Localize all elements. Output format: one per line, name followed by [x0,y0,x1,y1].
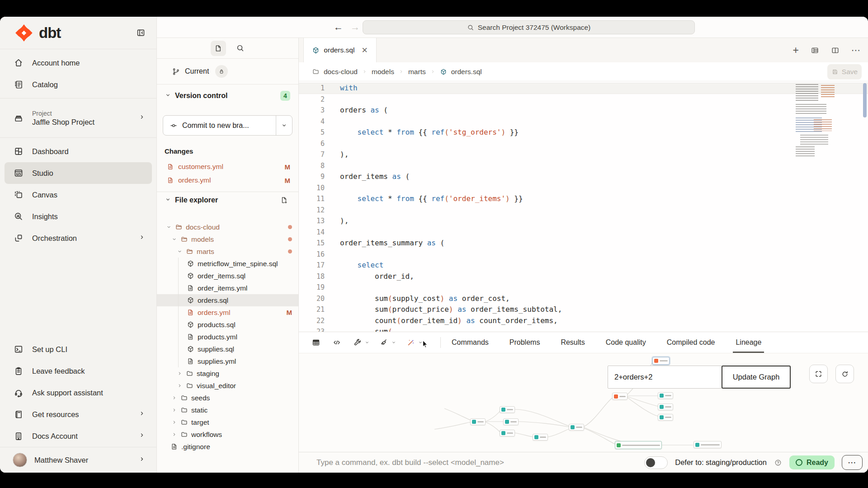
sidebar-item-canvas[interactable]: Canvas [0,184,156,206]
wand-tool-button[interactable] [406,338,423,347]
sidebar-item-orchestration[interactable]: Orchestration [0,227,156,249]
lineage-node[interactable] [658,392,673,399]
defer-toggle[interactable] [644,456,668,469]
chevron-right-icon [171,395,177,401]
commit-options-dropdown[interactable] [276,116,292,135]
editor-tab-bar: orders.sql ✕ + ⋯ [299,38,868,62]
collapse-sidebar-button[interactable] [136,28,146,38]
user-menu[interactable]: Matthew Shaver [0,447,156,473]
line-number: 14 [299,227,325,238]
lineage-node[interactable] [569,424,584,431]
split-view-button[interactable] [831,46,840,55]
panel-tab-problems[interactable]: Problems [509,332,540,353]
lineage-node[interactable] [615,441,662,449]
changed-file-name: orders.yml [178,176,281,184]
file-search-button[interactable] [236,44,245,52]
lineage-node[interactable] [658,404,673,410]
tree-item-staging[interactable]: staging [157,367,298,380]
forward-button[interactable]: → [350,21,360,33]
editor-scrollbar[interactable] [863,83,867,117]
branch-row[interactable]: Current [157,59,298,84]
model-cube-icon [440,68,447,75]
changed-file-customers-yml[interactable]: customers.ymlM [157,160,298,174]
minimap[interactable] [795,84,837,162]
tab-orders-sql[interactable]: orders.sql ✕ [303,38,377,62]
code-editor[interactable]: 1234567891011121314151617181920212223 wi… [299,81,868,332]
sidebar-item-jaffle-shop-project[interactable]: ProjectJaffle Shop Project [0,101,156,135]
status-badge[interactable]: Ready [789,455,835,469]
sidebar-groups: Account homeCatalogProjectJaffle Shop Pr… [0,49,156,252]
new-tab-button[interactable]: + [793,45,799,56]
file-view-button[interactable] [211,41,226,56]
sidebar-item-docs-account[interactable]: Docs Account [0,425,156,447]
lineage-node[interactable] [652,357,670,365]
lineage-node[interactable] [503,418,519,425]
version-control-header[interactable]: Version control 4 [157,84,298,107]
panel-tab-commands[interactable]: Commands [452,332,489,353]
sidebar-item-ask-support-assistant[interactable]: Ask support assistant [0,382,156,404]
sidebar-item-account-home[interactable]: Account home [0,52,156,74]
sidebar-item-set-up-cli[interactable]: Set up CLI [0,338,156,360]
panel-tab-lineage[interactable]: Lineage [736,332,761,353]
sidebar-item-leave-feedback[interactable]: Leave feedback [0,360,156,382]
lineage-node[interactable] [500,406,515,413]
dbt-wordmark: dbt [39,24,61,42]
workspace-search-input[interactable]: Search Project 372475 (Workspace) [363,20,695,34]
lineage-canvas[interactable]: Update Graph [299,353,868,452]
lineage-node[interactable] [470,418,486,425]
more-options-button[interactable]: ⋯ [851,46,861,55]
lineage-node[interactable] [533,434,548,441]
editor-list-button[interactable] [811,46,819,55]
panel-tab-compiled-code[interactable]: Compiled code [667,332,715,353]
close-tab-icon[interactable]: ✕ [361,46,368,55]
line-number: 7 [299,149,325,160]
tree-item-static[interactable]: static [157,404,298,416]
tree-item-visual-editor[interactable]: visual_editor [157,380,298,392]
tree-item--gitignore[interactable]: .gitignore [157,441,298,453]
changed-file-orders-yml[interactable]: orders.ymlM [157,174,298,187]
cube-icon [440,68,447,75]
sidebar-item-dashboard[interactable]: Dashboard [0,141,156,162]
wrench-tool-button[interactable] [353,338,370,347]
new-file-button[interactable] [280,196,288,204]
panel-tab-results[interactable]: Results [561,332,585,353]
broom-tool-button[interactable] [380,338,396,347]
tree-item-workflows[interactable]: workflows [157,428,298,441]
command-input[interactable] [316,458,632,468]
tree-item-docs-cloud[interactable]: docs-cloud [157,221,298,233]
file-panel-header [157,38,298,59]
refresh-graph-button[interactable] [835,365,854,383]
more-actions-button[interactable]: ⋯ [842,455,863,470]
chevright-icon [430,69,436,75]
tree-item-marts[interactable]: marts [157,245,298,258]
panel-tab-code-quality[interactable]: Code quality [606,332,646,353]
chevron-right-icon [177,371,183,376]
breadcrumb-item[interactable]: models [372,68,394,76]
tree-item-seeds[interactable]: seeds [157,392,298,404]
breadcrumb-item[interactable]: marts [408,68,426,76]
sidebar-item-insights[interactable]: Insights [0,206,156,227]
tree-item-target[interactable]: target [157,416,298,428]
back-button[interactable]: ← [334,21,343,33]
sidebar-item-get-resources[interactable]: Get resources [0,404,156,425]
lineage-selector-input[interactable] [608,366,722,389]
chevright-icon [171,407,177,413]
lineage-node[interactable] [658,414,673,421]
lineage-node[interactable] [500,430,515,436]
fullscreen-button[interactable] [809,365,828,383]
breadcrumb-item[interactable]: docs-cloud [324,68,358,76]
tree-item-models[interactable]: models [157,233,298,245]
lineage-node[interactable] [612,393,627,400]
chevron-down-icon [364,340,370,345]
file-explorer-header[interactable]: File explorer [157,192,298,208]
update-graph-button[interactable]: Update Graph [722,366,791,389]
sidebar-item-catalog[interactable]: Catalog [0,74,156,95]
headset-icon [14,388,24,398]
sidebar-item-studio[interactable]: Studio [5,162,152,184]
codetag-tool-button[interactable] [332,338,341,347]
lineage-node[interactable] [693,441,722,448]
commit-button[interactable]: Commit to new bra... [163,115,292,136]
help-icon[interactable] [774,459,782,467]
save-button[interactable]: Save [827,64,862,80]
table-tool-button[interactable] [311,338,321,347]
